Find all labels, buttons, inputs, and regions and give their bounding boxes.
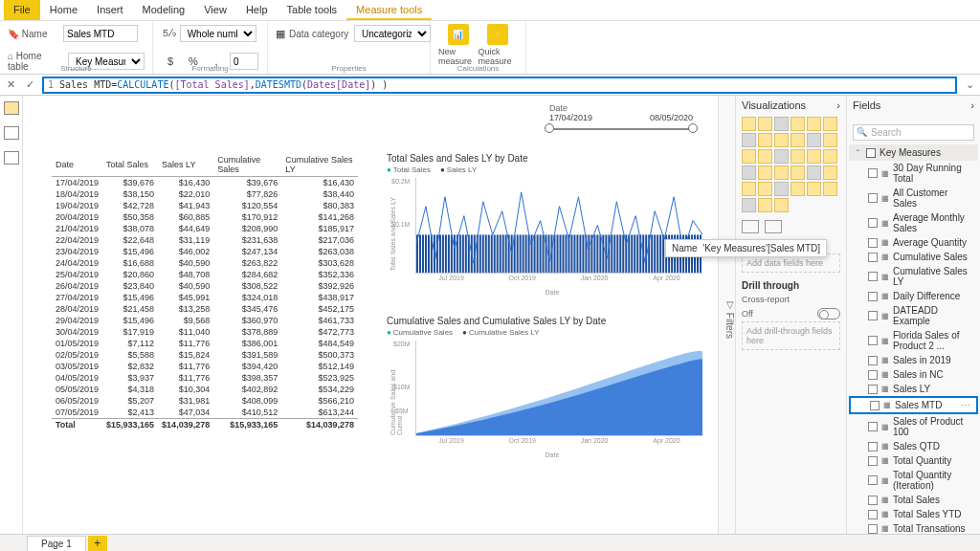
viz-type-icon[interactable] <box>742 198 756 212</box>
field-checkbox[interactable] <box>868 336 878 345</box>
table-row[interactable]: 28/04/2019$21,458$13,258$345,476$452,175 <box>52 303 358 315</box>
table-row[interactable]: 07/05/2019$2,413$47,034$410,512$613,244 <box>52 407 358 419</box>
table-visual[interactable]: DateTotal SalesSales LYCumulative SalesC… <box>52 153 358 430</box>
date-slicer[interactable]: Date 17/04/2019 08/05/2020 <box>549 103 693 130</box>
tab-measure-tools[interactable]: Measure tools <box>346 0 432 20</box>
table-row[interactable]: 02/05/2019$5,588$15,824$391,589$500,373 <box>52 349 358 361</box>
field-checkbox[interactable] <box>868 456 878 466</box>
field-sales-mtd[interactable]: ▦Sales MTD⋯ <box>849 396 978 414</box>
field-checkbox[interactable] <box>868 475 878 485</box>
fields-tree[interactable]: ⌃Key Measures▦30 Day Running Total▦All C… <box>847 144 980 534</box>
field-checkbox[interactable] <box>868 370 878 380</box>
viz-type-icon[interactable] <box>791 133 805 147</box>
chart-cumulative-sales[interactable]: Cumulative Sales and Cumulative Sales LY… <box>387 316 702 459</box>
table-row[interactable]: 27/04/2019$15,496$45,991$324,018$438,917 <box>52 292 358 303</box>
table-row[interactable]: 24/04/2019$16,688$40,590$263,822$303,628 <box>52 257 358 269</box>
table-header[interactable]: Date <box>52 153 102 177</box>
tab-home[interactable]: Home <box>40 0 87 20</box>
table-row[interactable]: 26/04/2019$23,840$40,590$308,522$392,926 <box>52 280 358 292</box>
viz-type-icon[interactable] <box>742 149 756 164</box>
field-checkbox[interactable] <box>868 524 878 534</box>
table-row[interactable]: 22/04/2019$22,648$31,119$231,638$217,036 <box>52 234 358 246</box>
field-checkbox[interactable] <box>868 442 878 452</box>
viz-type-icon[interactable] <box>774 149 789 164</box>
tab-view[interactable]: View <box>194 0 236 20</box>
field-checkbox[interactable] <box>868 292 878 301</box>
field-dateadd-example[interactable]: ▦DATEADD Example <box>849 303 978 328</box>
viz-type-icon[interactable] <box>758 133 772 147</box>
format-select[interactable]: Whole number <box>180 25 256 42</box>
tab-modeling[interactable]: Modeling <box>133 0 195 20</box>
table-row[interactable]: 06/05/2019$5,207$31,981$408,099$566,210 <box>52 395 358 407</box>
field-checkbox[interactable] <box>868 218 878 228</box>
viz-type-icon[interactable] <box>774 117 789 131</box>
viz-type-icon[interactable] <box>823 117 837 131</box>
field-checkbox[interactable] <box>868 238 878 248</box>
tab-file[interactable]: File <box>4 0 40 20</box>
field-sales-ly[interactable]: ▦Sales LY <box>849 382 978 396</box>
more-icon[interactable]: ⋯ <box>961 400 970 410</box>
viz-type-icon[interactable] <box>791 182 805 196</box>
field-average-quantity[interactable]: ▦Average Quantity <box>849 235 978 250</box>
field-30-day-running-total[interactable]: ▦30 Day Running Total <box>849 161 978 186</box>
viz-type-icon[interactable] <box>823 182 837 196</box>
table-row[interactable]: 01/05/2019$7,112$11,776$386,001$484,549 <box>52 338 358 349</box>
formula-commit-icon[interactable]: ✓ <box>23 78 36 92</box>
table-row[interactable]: 30/04/2019$17,919$11,040$378,889$472,773 <box>52 326 358 338</box>
table-row[interactable]: 17/04/2019$39,676$16,430$39,676$16,430 <box>52 177 358 189</box>
viz-type-icon[interactable] <box>742 133 756 147</box>
data-view-icon[interactable] <box>4 126 19 140</box>
viz-type-icon[interactable] <box>774 165 789 180</box>
viz-type-icon[interactable] <box>774 198 789 212</box>
viz-type-icon[interactable] <box>758 117 772 131</box>
viz-type-icon[interactable] <box>823 133 837 147</box>
table-header[interactable]: Cumulative Sales LY <box>281 153 358 177</box>
cross-report-toggle[interactable] <box>817 308 840 320</box>
viz-type-icon[interactable] <box>758 198 772 212</box>
viz-type-icon[interactable] <box>742 182 756 196</box>
slicer-start[interactable]: 17/04/2019 <box>549 113 592 122</box>
table-row[interactable]: 23/04/2019$15,496$46,002$247,134$263,038 <box>52 246 358 257</box>
viz-type-icon[interactable] <box>742 117 756 131</box>
viz-type-icon[interactable] <box>823 165 837 180</box>
field-sales-in-nc[interactable]: ▦Sales in NC <box>849 367 978 382</box>
viz-type-icon[interactable] <box>807 117 821 131</box>
filters-pane-collapsed[interactable]: ▽ Filters <box>718 96 735 534</box>
field-checkbox[interactable] <box>868 272 878 281</box>
field-checkbox[interactable] <box>868 193 878 203</box>
field-sales-of-product-100[interactable]: ▦Sales of Product 100 <box>849 414 978 439</box>
formula-input[interactable]: 1 Sales MTD = CALCULATE( [Total Sales], … <box>42 77 957 94</box>
viz-type-icon[interactable] <box>823 149 837 164</box>
field-total-quantity[interactable]: ▦Total Quantity <box>849 453 978 468</box>
viz-type-icon[interactable] <box>774 182 789 196</box>
field-total-transations[interactable]: ▦Total Transations <box>849 521 978 534</box>
field-average-monthly-sales[interactable]: ▦Average Monthly Sales <box>849 210 978 235</box>
field-cumulative-sales[interactable]: ▦Cumulative Sales <box>849 250 978 264</box>
model-view-icon[interactable] <box>4 151 19 165</box>
table-row[interactable]: 19/04/2019$42,728$41,943$120,554$80,383 <box>52 200 358 211</box>
chevron-right-icon[interactable]: › <box>970 99 974 111</box>
field-checkbox[interactable] <box>870 401 880 410</box>
field-sales-qtd[interactable]: ▦Sales QTD <box>849 439 978 453</box>
field-cumulative-sales-ly[interactable]: ▦Cumulative Sales LY <box>849 264 978 289</box>
chart-total-sales[interactable]: Total Sales and Sales LY by Date Total S… <box>387 153 702 297</box>
chevron-right-icon[interactable]: › <box>836 99 840 111</box>
field-checkbox[interactable] <box>868 168 878 178</box>
add-page-button[interactable]: + <box>88 536 107 551</box>
viz-type-icon[interactable] <box>758 182 772 196</box>
viz-type-icon[interactable] <box>791 149 805 164</box>
field-sales-in-2019[interactable]: ▦Sales in 2019 <box>849 353 978 367</box>
field-checkbox[interactable] <box>868 496 878 505</box>
page-tab-1[interactable]: Page 1 <box>27 536 86 551</box>
field-checkbox[interactable] <box>868 253 878 262</box>
field-checkbox[interactable] <box>868 385 878 394</box>
fields-search[interactable]: Search <box>853 124 974 141</box>
viz-type-icon[interactable] <box>758 149 772 164</box>
table-row[interactable]: 20/04/2019$50,358$60,885$170,912$141,268 <box>52 211 358 223</box>
tab-table-tools[interactable]: Table tools <box>278 0 347 20</box>
format-tab-icon[interactable] <box>765 220 782 233</box>
formula-expand-icon[interactable]: ⌄ <box>963 78 976 92</box>
field-total-sales[interactable]: ▦Total Sales <box>849 493 978 507</box>
field-checkbox[interactable] <box>868 356 878 365</box>
table-header[interactable]: Cumulative Sales <box>213 153 281 177</box>
